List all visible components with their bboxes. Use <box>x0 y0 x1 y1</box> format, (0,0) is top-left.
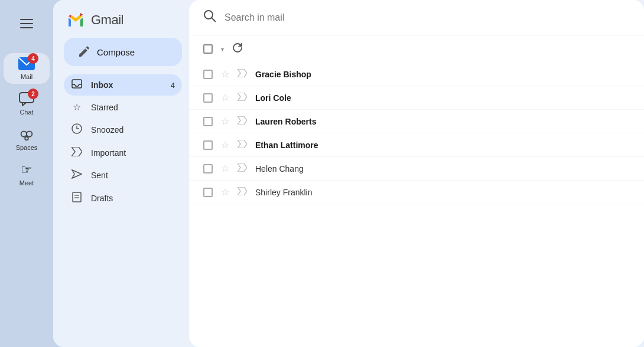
email-row[interactable]: ☆ Ethan Lattimore <box>189 133 644 157</box>
svg-rect-5 <box>72 80 82 88</box>
star-icon[interactable]: ☆ <box>221 68 229 80</box>
menu-item-snoozed[interactable]: Snoozed <box>64 119 182 141</box>
sender-name: Lori Cole <box>255 93 338 103</box>
refresh-button[interactable] <box>232 42 243 55</box>
svg-point-2 <box>21 131 27 136</box>
svg-marker-17 <box>238 140 247 148</box>
menu-item-inbox[interactable]: Inbox 4 <box>64 74 182 96</box>
select-dropdown-arrow[interactable]: ▾ <box>221 46 224 53</box>
svg-point-12 <box>204 11 213 19</box>
forward-icon <box>238 163 247 174</box>
svg-marker-15 <box>238 93 247 101</box>
spaces-label: Spaces <box>16 144 38 151</box>
clock-icon <box>71 123 83 136</box>
svg-marker-7 <box>71 147 82 156</box>
svg-rect-9 <box>73 192 81 202</box>
svg-marker-14 <box>238 69 247 77</box>
email-checkbox[interactable] <box>203 188 213 197</box>
email-row[interactable]: ☆ Lauren Roberts <box>189 110 644 133</box>
star-icon[interactable]: ☆ <box>221 92 229 103</box>
mail-label: Mail <box>21 73 32 80</box>
sender-name: Ethan Lattimore <box>255 140 338 150</box>
forward-icon <box>238 187 247 197</box>
spaces-icon <box>18 128 35 141</box>
svg-point-3 <box>27 131 32 136</box>
forward-icon <box>238 140 247 150</box>
select-all-checkbox[interactable] <box>203 44 213 54</box>
svg-line-13 <box>212 18 216 22</box>
gmail-logo <box>66 11 85 30</box>
search-icon <box>203 9 216 25</box>
menu-item-drafts[interactable]: Drafts <box>64 187 182 209</box>
left-navigation: 4 Mail 2 Chat Spaces ☞ Meet <box>0 0 53 347</box>
email-row[interactable]: ☆ Lori Cole <box>189 86 644 110</box>
star-icon[interactable]: ☆ <box>221 163 229 174</box>
nav-menu: Inbox 4 ☆ Starred Snoozed Important <box>64 74 182 209</box>
meet-icon-wrap: ☞ <box>18 163 35 177</box>
star-icon[interactable]: ☆ <box>221 139 229 150</box>
mail-badge: 4 <box>28 53 38 64</box>
sent-icon <box>71 169 83 181</box>
email-checkbox[interactable] <box>203 140 213 150</box>
inbox-count: 4 <box>171 81 175 90</box>
inbox-icon <box>71 79 83 91</box>
menu-item-important[interactable]: Important <box>64 142 182 163</box>
compose-label: Compose <box>97 47 135 57</box>
chat-badge: 2 <box>28 89 38 99</box>
main-content: Gmail Compose Inbox 4 ☆ Starred <box>53 0 644 347</box>
svg-marker-19 <box>238 187 247 195</box>
star-icon[interactable]: ☆ <box>221 186 229 198</box>
compose-button[interactable]: Compose <box>64 38 182 66</box>
menu-item-sent[interactable]: Sent <box>64 165 182 186</box>
forward-icon <box>238 69 247 79</box>
sender-name: Lauren Roberts <box>255 117 338 126</box>
svg-marker-18 <box>238 163 247 172</box>
gmail-panel: Gmail Compose Inbox 4 ☆ Starred <box>53 0 189 347</box>
starred-label: Starred <box>91 103 118 112</box>
search-input[interactable] <box>225 12 630 23</box>
drafts-icon <box>71 192 83 205</box>
email-checkbox[interactable] <box>203 164 213 174</box>
meet-label: Meet <box>19 179 34 186</box>
meet-icon: ☞ <box>21 162 32 178</box>
svg-marker-16 <box>238 116 247 125</box>
sidebar-item-meet[interactable]: ☞ Meet <box>4 159 50 190</box>
forward-icon <box>238 93 247 103</box>
drafts-label: Drafts <box>91 194 113 203</box>
email-list: ☆ Gracie Bishop ☆ Lori Cole ☆ Lauren Rob… <box>189 63 644 204</box>
email-row[interactable]: ☆ Helen Chang <box>189 157 644 181</box>
hamburger-menu-button[interactable] <box>14 11 40 37</box>
svg-point-4 <box>25 137 28 140</box>
snoozed-label: Snoozed <box>91 125 123 135</box>
important-icon <box>71 147 83 159</box>
refresh-icon <box>232 42 243 53</box>
star-icon: ☆ <box>71 102 83 113</box>
email-checkbox[interactable] <box>203 117 213 126</box>
email-list-panel: ▾ ☆ Gracie Bishop ☆ Lori Cole ☆ Lauren R… <box>189 0 644 347</box>
star-icon[interactable]: ☆ <box>221 116 229 127</box>
inbox-label: Inbox <box>91 80 113 90</box>
mail-icon-wrap: 4 <box>18 57 35 71</box>
svg-marker-8 <box>72 170 82 178</box>
sidebar-item-mail[interactable]: 4 Mail <box>4 53 50 84</box>
search-bar <box>189 9 644 35</box>
gmail-title: Gmail <box>91 12 123 28</box>
email-row[interactable]: ☆ Shirley Franklin <box>189 181 644 204</box>
menu-item-starred[interactable]: ☆ Starred <box>64 97 182 117</box>
email-checkbox[interactable] <box>203 70 213 79</box>
sender-name: Shirley Franklin <box>255 188 338 197</box>
gmail-header: Gmail <box>64 11 182 30</box>
chat-label: Chat <box>19 109 33 116</box>
compose-icon <box>78 46 90 58</box>
email-row[interactable]: ☆ Gracie Bishop <box>189 63 644 86</box>
toolbar-row: ▾ <box>189 35 644 63</box>
forward-icon <box>238 116 247 126</box>
sidebar-item-chat[interactable]: 2 Chat <box>4 89 50 119</box>
important-label: Important <box>91 148 126 158</box>
sender-name: Gracie Bishop <box>255 70 338 79</box>
sidebar-item-spaces[interactable]: Spaces <box>4 124 50 155</box>
email-checkbox[interactable] <box>203 93 213 103</box>
spaces-icon-wrap <box>18 127 35 142</box>
chat-icon-wrap: 2 <box>18 92 35 106</box>
sender-name: Helen Chang <box>255 164 338 174</box>
